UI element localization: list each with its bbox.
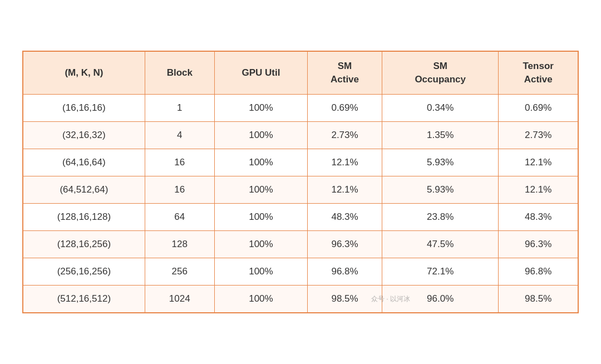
cell-sm-active: 12.1% bbox=[308, 149, 382, 176]
watermark: 众号 · 以河冰 bbox=[371, 294, 410, 303]
cell-sm-active: 48.3% bbox=[308, 203, 382, 230]
cell-gpu-util: 100% bbox=[214, 285, 307, 313]
cell-sm-occupancy: 0.34% bbox=[382, 94, 498, 121]
table-container: (M, K, N) Block GPU Util SMActive SMOccu… bbox=[22, 51, 579, 313]
cell-mkn: (64,16,64) bbox=[23, 149, 145, 176]
cell-gpu-util: 100% bbox=[214, 203, 307, 230]
cell-block: 16 bbox=[145, 176, 214, 203]
table-row: (128,16,128)64100%48.3%23.8%48.3% bbox=[23, 203, 578, 230]
cell-tensor-active: 96.8% bbox=[499, 258, 578, 285]
cell-block: 1 bbox=[145, 94, 214, 121]
header-sm-occupancy: SMOccupancy bbox=[382, 51, 498, 94]
cell-tensor-active: 12.1% bbox=[499, 149, 578, 176]
table-row: (32,16,32)4100%2.73%1.35%2.73% bbox=[23, 121, 578, 149]
cell-mkn: (128,16,128) bbox=[23, 203, 145, 230]
cell-tensor-active: 12.1% bbox=[499, 176, 578, 203]
cell-block: 64 bbox=[145, 203, 214, 230]
cell-mkn: (512,16,512) bbox=[23, 285, 145, 313]
cell-sm-occupancy: 47.5% bbox=[382, 230, 498, 258]
cell-sm-active: 0.69% bbox=[308, 94, 382, 121]
cell-sm-occupancy: 72.1% bbox=[382, 258, 498, 285]
cell-tensor-active: 96.3% bbox=[499, 230, 578, 258]
table-row: (16,16,16)1100%0.69%0.34%0.69% bbox=[23, 94, 578, 121]
table-row: (512,16,512)1024100%98.5%96.0%众号 · 以河冰98… bbox=[23, 285, 578, 313]
header-row: (M, K, N) Block GPU Util SMActive SMOccu… bbox=[23, 51, 578, 94]
cell-block: 256 bbox=[145, 258, 214, 285]
cell-sm-occupancy: 5.93% bbox=[382, 149, 498, 176]
table-row: (128,16,256)128100%96.3%47.5%96.3% bbox=[23, 230, 578, 258]
cell-sm-active: 96.3% bbox=[308, 230, 382, 258]
cell-sm-occupancy: 5.93% bbox=[382, 176, 498, 203]
cell-mkn: (256,16,256) bbox=[23, 258, 145, 285]
data-table: (M, K, N) Block GPU Util SMActive SMOccu… bbox=[22, 51, 579, 313]
cell-tensor-active: 0.69% bbox=[499, 94, 578, 121]
cell-sm-occupancy: 1.35% bbox=[382, 121, 498, 149]
table-row: (256,16,256)256100%96.8%72.1%96.8% bbox=[23, 258, 578, 285]
header-gpu-util: GPU Util bbox=[214, 51, 307, 94]
cell-sm-active: 12.1% bbox=[308, 176, 382, 203]
cell-gpu-util: 100% bbox=[214, 121, 307, 149]
header-block: Block bbox=[145, 51, 214, 94]
cell-sm-occupancy: 23.8% bbox=[382, 203, 498, 230]
cell-mkn: (16,16,16) bbox=[23, 94, 145, 121]
cell-block: 128 bbox=[145, 230, 214, 258]
cell-sm-occupancy: 96.0%众号 · 以河冰 bbox=[382, 285, 498, 313]
cell-block: 1024 bbox=[145, 285, 214, 313]
cell-gpu-util: 100% bbox=[214, 230, 307, 258]
cell-block: 16 bbox=[145, 149, 214, 176]
cell-tensor-active: 48.3% bbox=[499, 203, 578, 230]
cell-tensor-active: 98.5% bbox=[499, 285, 578, 313]
header-mkn: (M, K, N) bbox=[23, 51, 145, 94]
cell-block: 4 bbox=[145, 121, 214, 149]
cell-sm-active: 96.8% bbox=[308, 258, 382, 285]
cell-tensor-active: 2.73% bbox=[499, 121, 578, 149]
cell-sm-active: 2.73% bbox=[308, 121, 382, 149]
cell-mkn: (128,16,256) bbox=[23, 230, 145, 258]
cell-gpu-util: 100% bbox=[214, 176, 307, 203]
header-tensor-active: TensorActive bbox=[499, 51, 578, 94]
cell-mkn: (32,16,32) bbox=[23, 121, 145, 149]
table-row: (64,512,64)16100%12.1%5.93%12.1% bbox=[23, 176, 578, 203]
cell-gpu-util: 100% bbox=[214, 94, 307, 121]
cell-mkn: (64,512,64) bbox=[23, 176, 145, 203]
cell-gpu-util: 100% bbox=[214, 258, 307, 285]
header-sm-active: SMActive bbox=[308, 51, 382, 94]
cell-gpu-util: 100% bbox=[214, 149, 307, 176]
table-row: (64,16,64)16100%12.1%5.93%12.1% bbox=[23, 149, 578, 176]
